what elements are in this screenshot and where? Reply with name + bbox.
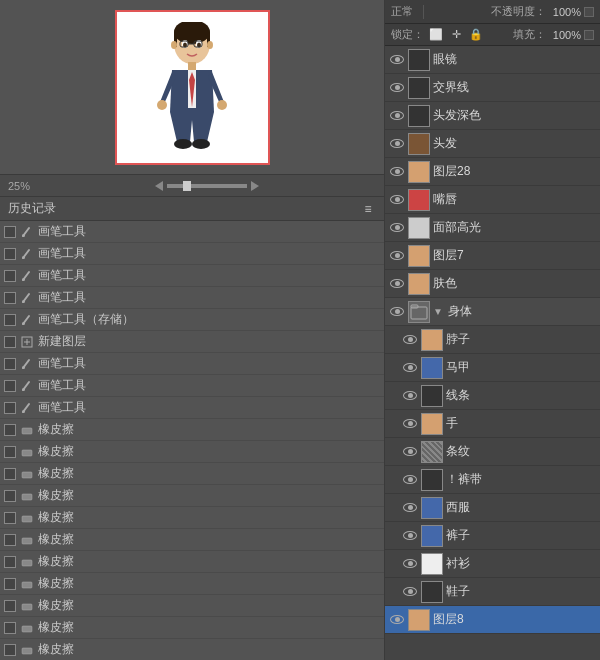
zoom-slider-area[interactable] <box>38 181 376 191</box>
history-checkbox[interactable] <box>4 468 16 480</box>
layer-visibility-toggle[interactable] <box>402 556 418 572</box>
zoom-decrease-icon[interactable] <box>155 181 163 191</box>
layer-visibility-toggle[interactable] <box>389 108 405 124</box>
history-item[interactable]: 画笔工具 <box>0 353 384 375</box>
history-item[interactable]: 橡皮擦 <box>0 639 384 660</box>
layer-visibility-toggle[interactable] <box>389 276 405 292</box>
layer-visibility-toggle[interactable] <box>389 136 405 152</box>
history-item[interactable]: 橡皮擦 <box>0 419 384 441</box>
layer-visibility-toggle[interactable] <box>389 304 405 320</box>
history-item[interactable]: 新建图层 <box>0 331 384 353</box>
history-item[interactable]: 画笔工具 <box>0 287 384 309</box>
opacity-dropdown[interactable] <box>584 7 594 17</box>
history-checkbox[interactable] <box>4 270 16 282</box>
layer-visibility-toggle[interactable] <box>389 220 405 236</box>
layer-item[interactable]: 嘴唇 <box>385 186 600 214</box>
zoom-slider[interactable] <box>167 184 247 188</box>
layer-visibility-toggle[interactable] <box>389 192 405 208</box>
history-checkbox[interactable] <box>4 534 16 546</box>
layers-list[interactable]: 眼镜交界线头发深色头发图层28嘴唇面部高光图层7肤色▼身体脖子马甲线条手条纹！裤… <box>385 46 600 660</box>
layer-item[interactable]: 鞋子 <box>385 578 600 606</box>
layer-item[interactable]: 头发 <box>385 130 600 158</box>
history-checkbox[interactable] <box>4 600 16 612</box>
layer-item[interactable]: 肤色 <box>385 270 600 298</box>
layer-item[interactable]: 裤子 <box>385 522 600 550</box>
layer-visibility-toggle[interactable] <box>389 248 405 264</box>
layer-visibility-toggle[interactable] <box>402 360 418 376</box>
history-item-label: 橡皮擦 <box>38 597 74 614</box>
history-checkbox[interactable] <box>4 446 16 458</box>
layer-visibility-toggle[interactable] <box>402 500 418 516</box>
layer-item[interactable]: 图层7 <box>385 242 600 270</box>
history-item[interactable]: 画笔工具（存储） <box>0 309 384 331</box>
history-checkbox[interactable] <box>4 556 16 568</box>
layer-visibility-toggle[interactable] <box>402 528 418 544</box>
layer-item[interactable]: 衬衫 <box>385 550 600 578</box>
layer-visibility-toggle[interactable] <box>402 332 418 348</box>
history-checkbox[interactable] <box>4 292 16 304</box>
history-item[interactable]: 画笔工具 <box>0 221 384 243</box>
history-list[interactable]: 画笔工具画笔工具画笔工具画笔工具画笔工具（存储）新建图层画笔工具画笔工具画笔工具… <box>0 221 384 660</box>
history-checkbox[interactable] <box>4 336 16 348</box>
layer-item[interactable]: 头发深色 <box>385 102 600 130</box>
history-item[interactable]: 橡皮擦 <box>0 485 384 507</box>
history-item[interactable]: 橡皮擦 <box>0 441 384 463</box>
svg-rect-40 <box>22 626 32 632</box>
history-item[interactable]: 橡皮擦 <box>0 507 384 529</box>
history-item[interactable]: 橡皮擦 <box>0 463 384 485</box>
history-checkbox[interactable] <box>4 248 16 260</box>
layer-item[interactable]: 手 <box>385 410 600 438</box>
history-menu-button[interactable]: ≡ <box>360 202 376 216</box>
layer-item[interactable]: 条纹 <box>385 438 600 466</box>
layer-item[interactable]: 眼镜 <box>385 46 600 74</box>
layer-visibility-toggle[interactable] <box>402 584 418 600</box>
lock-all-icon[interactable]: 🔒 <box>468 28 484 42</box>
layer-group-toggle[interactable]: ▼ <box>433 306 443 317</box>
history-item[interactable]: 橡皮擦 <box>0 595 384 617</box>
history-item[interactable]: 橡皮擦 <box>0 617 384 639</box>
layer-visibility-toggle[interactable] <box>402 416 418 432</box>
layer-item[interactable]: 图层28 <box>385 158 600 186</box>
history-item[interactable]: 橡皮擦 <box>0 551 384 573</box>
history-checkbox[interactable] <box>4 490 16 502</box>
layer-visibility-toggle[interactable] <box>402 444 418 460</box>
layer-item[interactable]: 面部高光 <box>385 214 600 242</box>
lock-pixels-icon[interactable]: ⬜ <box>428 28 444 42</box>
layer-thumbnail <box>408 105 430 127</box>
history-checkbox[interactable] <box>4 512 16 524</box>
layer-item[interactable]: ！裤带 <box>385 466 600 494</box>
history-item[interactable]: 画笔工具 <box>0 265 384 287</box>
history-checkbox[interactable] <box>4 380 16 392</box>
fill-dropdown[interactable] <box>584 30 594 40</box>
history-item[interactable]: 画笔工具 <box>0 375 384 397</box>
history-checkbox[interactable] <box>4 358 16 370</box>
layer-visibility-toggle[interactable] <box>389 80 405 96</box>
layer-visibility-toggle[interactable] <box>402 472 418 488</box>
history-checkbox[interactable] <box>4 226 16 238</box>
layer-item[interactable]: 交界线 <box>385 74 600 102</box>
layer-item[interactable]: 图层8 <box>385 606 600 634</box>
layer-item[interactable]: 西服 <box>385 494 600 522</box>
history-checkbox[interactable] <box>4 644 16 656</box>
history-checkbox[interactable] <box>4 578 16 590</box>
zoom-thumb[interactable] <box>183 181 191 191</box>
layer-visibility-toggle[interactable] <box>402 388 418 404</box>
lock-position-icon[interactable]: ✛ <box>448 28 464 42</box>
history-item[interactable]: 画笔工具 <box>0 243 384 265</box>
history-item[interactable]: 橡皮擦 <box>0 529 384 551</box>
zoom-increase-icon[interactable] <box>251 181 259 191</box>
layer-item[interactable]: 脖子 <box>385 326 600 354</box>
history-checkbox[interactable] <box>4 622 16 634</box>
layer-item[interactable]: ▼身体 <box>385 298 600 326</box>
history-checkbox[interactable] <box>4 424 16 436</box>
zoom-level: 25% <box>8 180 30 192</box>
history-checkbox[interactable] <box>4 402 16 414</box>
history-item[interactable]: 画笔工具 <box>0 397 384 419</box>
layer-visibility-toggle[interactable] <box>389 52 405 68</box>
layer-visibility-toggle[interactable] <box>389 164 405 180</box>
history-item[interactable]: 橡皮擦 <box>0 573 384 595</box>
layer-item[interactable]: 线条 <box>385 382 600 410</box>
layer-item[interactable]: 马甲 <box>385 354 600 382</box>
history-checkbox[interactable] <box>4 314 16 326</box>
layer-visibility-toggle[interactable] <box>389 612 405 628</box>
